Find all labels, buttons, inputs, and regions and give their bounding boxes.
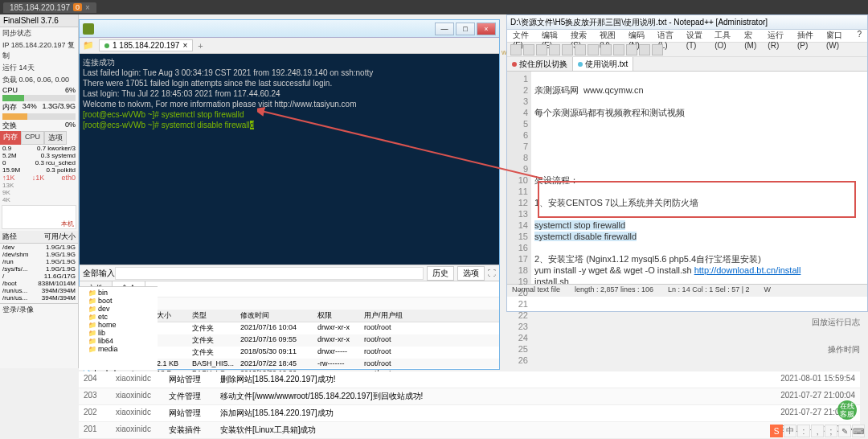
notepadpp-window: D:\资源文件\H5换皮放开那三国\使用说明.txt - Notepad++ [… [506,14,868,312]
add-tab-button[interactable]: + [198,41,203,51]
fs-bottom[interactable]: 登录/录像 [0,303,78,316]
log-table: 204xiaoxinidc网站管理删除网站[185.184.220.197]成功… [79,371,860,439]
tree-item[interactable]: lib64 [80,337,156,345]
app-icon [83,23,94,35]
npp-tab-2[interactable]: 使用说明.txt [573,57,633,71]
ime-key[interactable]: ‚ [811,425,824,437]
status-label: 同步状态 [0,27,78,39]
folder-icon[interactable]: 📁 [83,40,94,51]
tree-item[interactable]: dev [80,305,156,313]
cut-icon[interactable] [575,44,586,55]
close-button[interactable]: × [477,23,496,35]
disk-row: /dev1.9G/1.9G [0,244,78,251]
tree-item[interactable]: lib [80,329,156,337]
menu-item[interactable]: 运行(R) [765,30,793,42]
menu-item[interactable]: 语言(L) [655,30,682,42]
menu-item[interactable]: 工具(O) [712,30,740,42]
disk-row: /run/us...394M/394M [0,294,78,302]
log-row[interactable]: 202xiaoxinidc网站管理添加网站[185.184.220.197]成功… [79,405,860,422]
tree-item[interactable]: etc [80,313,156,321]
ime-key[interactable]: ; [825,425,837,437]
tree-item[interactable]: bin [80,289,156,297]
net-eth: eth0 [61,174,76,182]
line-gutter: 1234567891011121314151617181920212223242… [507,72,531,284]
log-row[interactable]: 203xiaoxinidc文件管理移动文件[/www/wwwroot/185.1… [79,388,860,405]
close-icon[interactable]: × [182,41,187,50]
net-dn: ↓1K [32,174,45,182]
menu-item[interactable]: 窗口(W) [824,30,853,42]
browser-tab-bar: 185.184.220.197 0 × [0,0,868,14]
ime-key[interactable]: 中 [784,425,796,437]
undo-icon[interactable] [613,44,624,55]
npp-statusbar: Normal text file length : 2,857 lines : … [507,284,867,297]
ime-key[interactable]: : [797,425,810,437]
menu-item[interactable]: ? [854,30,864,42]
finalshell-panel: FinalShell 3.7.6 同步状态 IP 185.184.220.197… [0,14,79,368]
tree-item[interactable]: boot [80,297,156,305]
menu-item[interactable]: 视图(V) [597,30,624,42]
disk-row: /run1.9G/1.9G [0,258,78,265]
copy-icon[interactable] [588,44,599,55]
find-icon[interactable] [639,44,650,55]
ime-bar[interactable]: S中:‚;✎⌨ [770,425,865,437]
runlog-label[interactable]: 回放运行日志 [812,317,860,328]
log-row[interactable]: 204xiaoxinidc网站管理删除网站[185.184.220.197]成功… [79,371,860,388]
npp-tab-1[interactable]: 按住所以切换 [507,57,573,71]
log-row[interactable]: 201xiaoxinidc安装插件安装软件[Linux工具箱]成功2021-07… [79,422,860,439]
code-area[interactable]: 亲测源码网 www.qcymw.cn 每个亲测源码都有视频教程和测试视频 架设流… [531,72,867,284]
tab-mem[interactable]: 内存 [0,131,21,145]
menu-item[interactable]: 编码(N) [626,30,654,42]
npp-menu[interactable]: 文件(F)编辑(E)搜索(S)视图(V)编码(N)语言(L)设置(T)工具(O)… [507,30,867,43]
maximize-button[interactable]: □ [456,23,475,35]
history-button[interactable]: 历史 [427,266,454,281]
terminal-titlebar[interactable]: — □ × [80,20,499,38]
tree-item[interactable]: media [80,345,156,353]
command-input[interactable] [115,267,424,280]
process-row: 0.90.7 kworker/3 [0,145,78,152]
minimize-button[interactable]: — [435,23,454,35]
option-button[interactable]: 选项 [457,266,485,281]
menu-item[interactable]: 设置(T) [684,30,711,42]
expand-icon[interactable]: ⛶ [488,269,496,277]
new-icon[interactable] [510,44,522,55]
folder-tree[interactable]: binbootdevetchomeliblib64media [79,286,158,370]
saveall-icon[interactable] [549,44,560,55]
optime-label: 操作时间 [812,344,860,355]
side-panel: 回放运行日志 操作时间 [812,317,860,371]
input-label: 全部输入 [83,268,115,279]
npp-editor[interactable]: 1234567891011121314151617181920212223242… [507,72,867,284]
terminal-body[interactable]: 连接成功 Last failed login: Tue Aug 3 00:34:… [80,54,499,265]
modified-icon [512,62,517,67]
online-service-button[interactable]: 在线 客服 [837,400,857,420]
menu-item[interactable]: 编辑(E) [539,30,567,42]
mem-val: 34% [23,102,37,113]
paste-icon[interactable] [600,44,612,55]
tab-ip: 185.184.220.197 [10,3,70,12]
terminal-tab[interactable]: 1 185.184.220.197× [99,39,193,51]
menu-item[interactable]: 宏(M) [742,30,764,42]
tab-opt[interactable]: 选项 [44,131,67,145]
uptime: 运行 14天 [0,62,78,74]
npp-titlebar[interactable]: D:\资源文件\H5换皮放开那三国\使用说明.txt - Notepad++ [… [507,15,867,30]
redo-icon[interactable] [626,44,637,55]
mem-label: 内存 [2,102,17,113]
finalshell-title: FinalShell 3.7.6 [0,14,78,27]
ime-key[interactable]: ⌨ [852,425,865,437]
print-icon[interactable] [562,44,573,55]
open-icon[interactable] [523,44,534,55]
disk-row: /dev/shm1.9G/1.9G [0,251,78,258]
zoom-icon[interactable] [652,44,663,55]
menu-item[interactable]: 文件(F) [510,30,538,42]
ime-key[interactable]: S [770,425,783,437]
tab-cpu[interactable]: CPU [21,131,44,145]
tree-item[interactable]: home [80,321,156,329]
ime-key[interactable]: ✎ [838,425,851,437]
cpu-label: CPU [2,86,18,94]
save-icon[interactable] [536,44,547,55]
menu-item[interactable]: 搜索(S) [568,30,596,42]
menu-item[interactable]: 插件(P) [795,30,822,42]
browser-tab[interactable]: 185.184.220.197 0 × [3,2,96,13]
net-up: ↑1K [2,174,15,182]
swap-label: 交换 [2,121,17,131]
close-icon[interactable]: × [85,3,90,12]
